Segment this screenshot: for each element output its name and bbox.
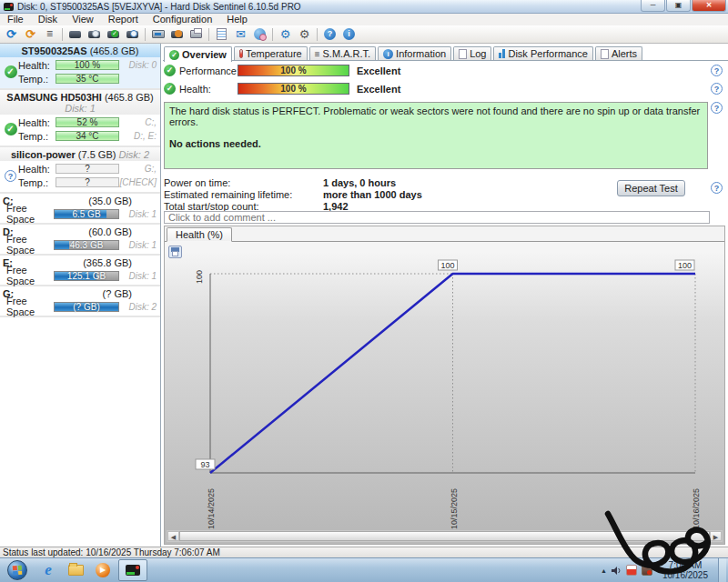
disk-tools-icon[interactable] <box>167 26 187 42</box>
hardware-icon[interactable] <box>148 26 167 42</box>
health-bar: 100 % <box>56 60 119 70</box>
power-on-time-label: Power on time: <box>164 177 323 189</box>
repeat-test-button[interactable]: Repeat Test <box>617 180 685 196</box>
health-bar: 52 % <box>56 117 119 127</box>
printer-icon[interactable] <box>187 26 206 42</box>
health-help-icon[interactable]: ? <box>711 83 723 95</box>
tab-disk-performance[interactable]: Disk Performance <box>493 46 592 60</box>
close-button[interactable]: ✕ <box>692 0 726 12</box>
title-bar: Disk: 0, ST9500325AS [5VEJXYVA] - Hard D… <box>0 0 728 14</box>
repeat-test-help-icon[interactable]: ? <box>711 182 723 194</box>
tab-overview[interactable]: ✓ Overview <box>164 46 232 62</box>
health-label: Health: <box>179 84 238 95</box>
tab-temperature[interactable]: Temperature <box>234 46 308 60</box>
mail-icon[interactable]: ✉ <box>231 26 250 42</box>
disk-icon[interactable] <box>66 26 85 42</box>
performance-row: ✓ Performance: 100 % Excellent ? <box>164 64 723 77</box>
svg-text:100: 100 <box>678 261 692 270</box>
disk-card-2[interactable]: silicon-power (7.5 GB) Disk: 2 ? Health:… <box>0 147 160 194</box>
bar-chart-icon <box>499 49 505 58</box>
taskbar-explorer-icon[interactable] <box>62 559 89 581</box>
comment-input[interactable] <box>164 211 710 224</box>
partition-card-c[interactable]: C: (35.0 GB) Free Space 6.5 GB Disk: 1 <box>0 194 160 225</box>
tray-expand-icon[interactable]: ▲ <box>601 567 607 574</box>
refresh-icon[interactable]: ⟳ <box>2 26 21 42</box>
disk-check-icon[interactable]: ✓ <box>104 26 123 42</box>
disk-search-icon[interactable] <box>123 26 142 42</box>
tray-status-icon[interactable] <box>642 565 652 576</box>
tab-alerts[interactable]: Alerts <box>595 46 642 60</box>
settings-gear-icon[interactable]: ⚙ <box>276 26 295 42</box>
disk-card-0[interactable]: ST9500325AS (465.8 GB) ✓ Health: 100 % D… <box>0 44 160 90</box>
disk-ok-icon: ✓ <box>5 65 17 78</box>
taskbar-media-player-icon[interactable]: ▶ <box>89 559 116 581</box>
menu-help[interactable]: Help <box>219 14 255 25</box>
menu-bar: File Disk View Report Configuration Help <box>0 14 728 25</box>
taskbar-hds-app-button[interactable] <box>118 559 147 581</box>
smart-icon: ≡ <box>315 49 320 59</box>
taskbar-clock[interactable]: 7:08 AM 10/16/2025 <box>657 560 713 580</box>
disk-name: silicon-power <box>11 149 76 160</box>
scrollbar-thumb[interactable] <box>179 531 710 541</box>
performance-help-icon[interactable]: ? <box>711 65 723 76</box>
report-lines-icon[interactable]: ≡ <box>40 26 59 42</box>
tab-smart[interactable]: ≡ S.M.A.R.T. <box>309 46 376 60</box>
chart-scrollbar[interactable]: ◀ ▶ <box>167 530 723 542</box>
help-icon[interactable]: ? <box>320 26 339 42</box>
health-row: ✓ Health: 100 % Excellent ? <box>164 82 723 95</box>
free-space-bar: 46.3 GB <box>54 240 119 250</box>
disk-size: (465.8 GB) <box>90 45 139 56</box>
menu-report[interactable]: Report <box>101 14 146 25</box>
tray-flag-icon[interactable] <box>626 565 637 576</box>
partition-card-g[interactable]: G: (? GB) Free Space (? GB) Disk: 2 <box>0 286 160 317</box>
tab-information[interactable]: i Information <box>378 46 451 60</box>
disk-name: ST9500325AS <box>21 45 86 56</box>
temp-bar: 34 °C <box>56 131 119 141</box>
status-help-icon[interactable]: ? <box>711 102 723 114</box>
health-percent-tab[interactable]: Health (%) <box>167 227 232 242</box>
lifetime-label: Estimated remaining lifetime: <box>164 189 323 201</box>
disk-clock-icon[interactable] <box>85 26 104 42</box>
thermometer-icon <box>239 49 243 58</box>
status-action: No actions needed. <box>169 138 703 149</box>
performance-label: Performance: <box>179 65 238 76</box>
disk-number-label: Disk: 2 <box>118 149 149 160</box>
minimize-button[interactable]: ─ <box>641 0 665 12</box>
partition-card-e[interactable]: E: (365.8 GB) Free Space 125.1 GB Disk: … <box>0 256 160 286</box>
notes-icon[interactable] <box>212 26 231 42</box>
disk-ok-icon: ✓ <box>5 123 17 135</box>
main-area: ST9500325AS (465.8 GB) ✓ Health: 100 % D… <box>0 44 728 547</box>
scroll-right-arrow[interactable]: ▶ <box>710 531 722 541</box>
svg-text:100: 100 <box>195 270 204 284</box>
partition-size: (35.0 GB) <box>39 195 157 207</box>
health-chart: 9310010010010/14/202510/15/202510/16/202… <box>165 226 724 544</box>
hds-app-icon <box>126 565 140 576</box>
info-icon[interactable]: i <box>339 26 359 42</box>
show-desktop-button[interactable] <box>718 558 726 582</box>
disk-card-1[interactable]: SAMSUNG HD503HI (465.8 GB) Disk: 1 ✓ Hea… <box>0 90 160 147</box>
speaker-icon[interactable] <box>612 566 622 576</box>
restore-button[interactable]: ▣ <box>666 0 691 12</box>
health-rating: Excellent <box>357 84 400 95</box>
partition-card-d[interactable]: D: (60.0 GB) Free Space 46.3 GB Disk: 1 <box>0 225 160 256</box>
taskbar-ie-icon[interactable]: e <box>35 559 62 581</box>
scroll-left-arrow[interactable]: ◀ <box>167 531 179 541</box>
menu-configuration[interactable]: Configuration <box>146 14 219 25</box>
advanced-gear-icon[interactable]: ⚙ <box>295 26 314 42</box>
web-search-icon[interactable] <box>250 26 269 42</box>
check-circle-icon: ✓ <box>164 83 176 95</box>
window-title: Disk: 0, ST9500325AS [5VEJXYVA] - Hard D… <box>17 2 301 12</box>
health-gauge: 100 % <box>238 83 349 95</box>
free-space-bar: 6.5 GB <box>54 209 119 219</box>
menu-file[interactable]: File <box>0 14 31 25</box>
status-text: The hard disk status is PERFECT. Problem… <box>169 105 703 127</box>
menu-view[interactable]: View <box>65 14 101 25</box>
start-button[interactable] <box>7 560 27 580</box>
tab-log[interactable]: Log <box>453 46 491 60</box>
performance-gauge: 100 % <box>238 65 349 76</box>
toolbar: ⟳ ⟳ ≡ ✓ ✉ ⚙ ⚙ ? i <box>0 25 728 44</box>
menu-disk[interactable]: Disk <box>31 14 65 25</box>
refresh-warning-icon[interactable]: ⟳ <box>21 26 40 42</box>
app-icon <box>4 3 14 11</box>
content-area: ✓ Overview Temperature ≡ S.M.A.R.T. i In… <box>162 44 728 547</box>
